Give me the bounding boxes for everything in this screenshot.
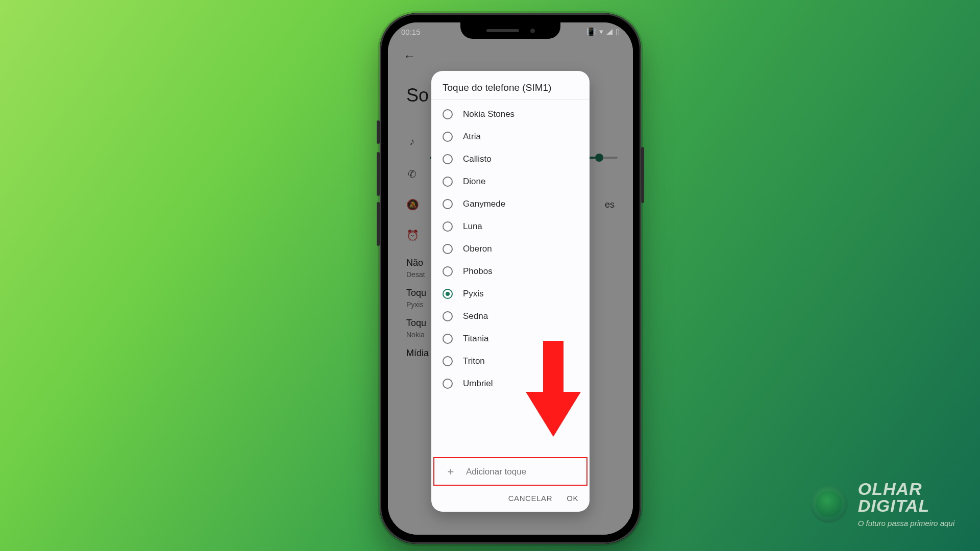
ok-button[interactable]: OK — [567, 494, 578, 503]
radio-icon — [443, 177, 453, 187]
phone-screen: ← So ♪ ✆ 🔕 es ⏰ Não Desat — [388, 22, 633, 535]
ringtone-label: Dione — [463, 177, 485, 187]
ringtone-label: Phobos — [463, 266, 493, 277]
add-ringtone-button[interactable]: + Adicionar toque — [433, 457, 587, 486]
alarm-icon: ⏰ — [406, 229, 418, 241]
ringtone-dialog: Toque do telefone (SIM1) Nokia StonesAtr… — [431, 71, 590, 512]
ringtone-option[interactable]: Dione — [431, 170, 590, 193]
radio-selected-icon — [443, 289, 453, 299]
ringtone-option[interactable]: Luna — [431, 215, 590, 238]
wifi-icon: ▾ — [599, 27, 603, 36]
phone-frame: ← So ♪ ✆ 🔕 es ⏰ Não Desat — [380, 13, 641, 544]
back-icon[interactable]: ← — [403, 49, 618, 63]
ringtone-label: Callisto — [463, 154, 492, 164]
ringtone-label: Umbriel — [463, 379, 493, 389]
notif-text: es — [605, 199, 615, 210]
ringtone-label: Pyxis — [463, 289, 484, 299]
radio-icon — [443, 154, 453, 164]
ringtone-label: Ganymede — [463, 199, 505, 209]
radio-icon — [443, 132, 453, 142]
radio-icon — [443, 379, 453, 389]
ringtone-option[interactable]: Sedna — [431, 305, 590, 328]
ringtone-option[interactable]: Pyxis — [431, 283, 590, 305]
ringtone-option[interactable]: Triton — [431, 350, 590, 372]
ringtone-option[interactable]: Nokia Stones — [431, 103, 590, 126]
music-note-icon: ♪ — [406, 136, 418, 147]
phone-icon: ✆ — [406, 168, 418, 180]
phone-notch — [460, 22, 560, 39]
brand-watermark: OLHAR DIGITAL O futuro passa primeiro aq… — [810, 481, 954, 528]
ringtone-option[interactable]: Phobos — [431, 260, 590, 283]
ringtone-label: Sedna — [463, 311, 488, 321]
radio-icon — [443, 356, 453, 366]
tutorial-canvas: ← So ♪ ✆ 🔕 es ⏰ Não Desat — [0, 0, 980, 551]
ringtone-list[interactable]: Nokia StonesAtriaCallistoDioneGanymedeLu… — [431, 102, 590, 456]
battery-icon: ▯ — [616, 27, 620, 36]
ringtone-option[interactable]: Umbriel — [431, 372, 590, 395]
dialog-title: Toque do telefone (SIM1) — [431, 71, 590, 99]
radio-icon — [443, 266, 453, 277]
ringtone-option[interactable]: Oberon — [431, 238, 590, 260]
radio-icon — [443, 244, 453, 254]
signal-icon — [606, 29, 612, 35]
ringtone-label: Luna — [463, 221, 482, 232]
cancel-button[interactable]: CANCELAR — [508, 494, 553, 503]
radio-icon — [443, 109, 453, 119]
ringtone-label: Triton — [463, 356, 485, 366]
brand-tagline: O futuro passa primeiro aqui — [858, 519, 954, 528]
ringtone-option[interactable]: Titania — [431, 328, 590, 350]
ringtone-label: Titania — [463, 334, 488, 344]
bell-off-icon: 🔕 — [406, 198, 418, 211]
ringtone-label: Oberon — [463, 244, 492, 254]
ringtone-label: Atria — [463, 132, 481, 142]
radio-icon — [443, 311, 453, 321]
ringtone-option[interactable]: Atria — [431, 126, 590, 148]
add-ringtone-label: Adicionar toque — [466, 467, 526, 477]
plus-icon: + — [446, 465, 456, 479]
brand-logo-icon — [810, 485, 848, 523]
ringtone-option[interactable]: Callisto — [431, 148, 590, 170]
brand-line1: OLHAR — [858, 481, 954, 497]
ringtone-label: Nokia Stones — [463, 109, 514, 119]
radio-icon — [443, 199, 453, 209]
ringtone-option[interactable]: Ganymede — [431, 193, 590, 215]
status-time: 00:15 — [401, 28, 421, 36]
vibrate-icon: 📳 — [586, 27, 596, 36]
radio-icon — [443, 334, 453, 344]
brand-line2: DIGITAL — [858, 497, 954, 514]
radio-icon — [443, 221, 453, 232]
